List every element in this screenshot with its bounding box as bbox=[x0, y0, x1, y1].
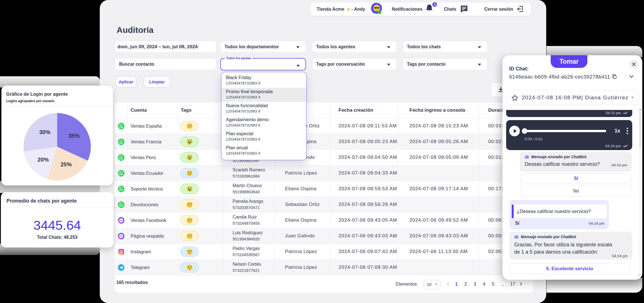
svg-text:$: $ bbox=[190, 187, 192, 189]
svg-text:$: $ bbox=[190, 139, 192, 142]
svg-text:$: $ bbox=[188, 155, 189, 158]
svg-text:20%: 20% bbox=[38, 157, 49, 163]
svg-text:25%: 25% bbox=[61, 161, 72, 167]
svg-text:$: $ bbox=[188, 139, 189, 142]
svg-text:30%: 30% bbox=[39, 129, 50, 135]
svg-text:35%: 35% bbox=[68, 133, 80, 139]
svg-text:$: $ bbox=[188, 187, 189, 189]
svg-text:$: $ bbox=[190, 155, 192, 158]
